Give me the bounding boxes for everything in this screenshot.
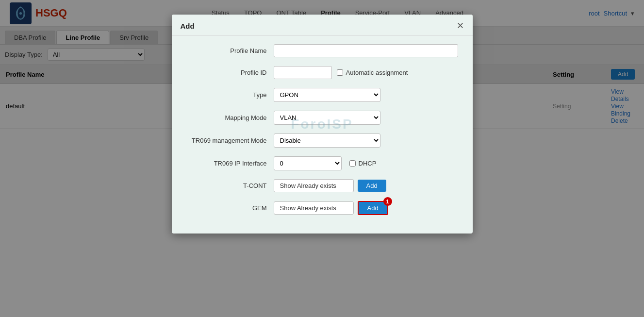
gem-row: GEM Show Already exists Add 1 (186, 201, 458, 215)
tcont-add-button[interactable]: Add (358, 180, 386, 192)
gem-add-button[interactable]: Add 1 (358, 201, 388, 215)
dialog-title: Add (181, 22, 195, 30)
type-row: Type GPON EPON (186, 88, 458, 102)
profile-name-label: Profile Name (186, 47, 274, 54)
dhcp-label[interactable]: DHCP (349, 160, 377, 167)
profile-name-input[interactable] (274, 44, 458, 57)
tcont-label: T-CONT (186, 182, 274, 189)
automatic-assignment-checkbox[interactable] (337, 69, 343, 76)
gem-show-button[interactable]: Show Already exists (274, 201, 354, 215)
gem-badge: 1 (383, 197, 392, 206)
close-button[interactable]: ✕ (457, 21, 464, 30)
gem-label: GEM (186, 204, 274, 212)
tr069-ip-select[interactable]: 0 (274, 156, 342, 170)
dhcp-checkbox[interactable] (349, 160, 356, 167)
profile-id-label: Profile ID (186, 69, 274, 76)
type-label: Type (186, 91, 274, 99)
automatic-assignment-label[interactable]: Automatic assignment (337, 69, 408, 76)
mapping-mode-select[interactable]: VLAN GEM (274, 111, 380, 125)
tr069-mode-label: TR069 management Mode (186, 137, 274, 144)
add-dialog: ForoISP Add ✕ Profile Name Profile ID Au… (172, 15, 473, 234)
dialog-body: Profile Name Profile ID Automatic assign… (172, 35, 473, 234)
dialog-header: Add ✕ (172, 15, 473, 35)
tr069-mode-row: TR069 management Mode Disable Enable (186, 133, 458, 148)
tcont-show-button[interactable]: Show Already exists (274, 179, 354, 192)
tcont-row: T-CONT Show Already exists Add (186, 179, 458, 192)
modal-overlay: ForoISP Add ✕ Profile Name Profile ID Au… (0, 0, 644, 317)
mapping-mode-label: Mapping Mode (186, 114, 274, 121)
tr069-ip-row: TR069 IP Interface 0 DHCP (186, 156, 458, 170)
tr069-ip-label: TR069 IP Interface (186, 160, 274, 167)
type-select[interactable]: GPON EPON (274, 88, 380, 102)
profile-name-row: Profile Name (186, 44, 458, 57)
profile-id-row: Profile ID Automatic assignment (186, 66, 458, 79)
mapping-mode-row: Mapping Mode VLAN GEM (186, 111, 458, 125)
tr069-mode-select[interactable]: Disable Enable (274, 133, 380, 148)
profile-id-input[interactable] (274, 66, 332, 79)
